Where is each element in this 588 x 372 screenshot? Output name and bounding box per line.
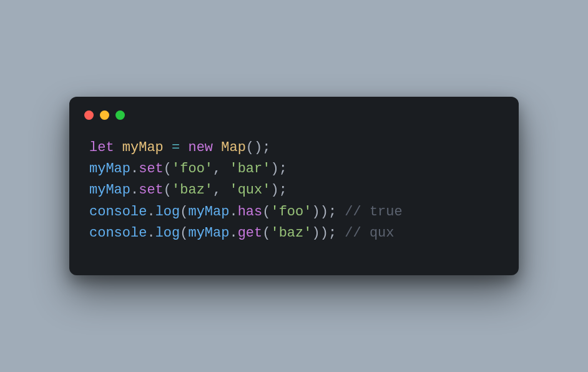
token-punct: . bbox=[229, 225, 237, 241]
token-punct: ( bbox=[180, 225, 188, 241]
token-var: myMap bbox=[89, 161, 130, 177]
token-str: 'foo' bbox=[172, 161, 213, 177]
token-punct: . bbox=[229, 204, 237, 220]
token-comment: // true bbox=[345, 204, 402, 220]
token-str: 'baz' bbox=[172, 182, 213, 198]
token-method: set bbox=[139, 161, 164, 177]
token-method: has bbox=[238, 204, 263, 220]
token-call: log bbox=[155, 204, 180, 220]
code-line: let myMap = new Map(); bbox=[89, 137, 499, 159]
token-var: myMap bbox=[89, 182, 130, 198]
token-punct: ( bbox=[262, 225, 270, 241]
token-obj: console bbox=[89, 225, 147, 241]
token-var: myMap bbox=[188, 225, 229, 241]
token-call: log bbox=[155, 225, 180, 241]
token-punct: . bbox=[147, 225, 155, 241]
token-punct: , bbox=[213, 161, 229, 177]
token-punct: ( bbox=[164, 161, 172, 177]
token-punct: )); bbox=[311, 204, 345, 220]
code-line: console.log(myMap.has('foo')); // true bbox=[89, 202, 499, 223]
code-block: let myMap = new Map();myMap.set('foo', '… bbox=[69, 137, 519, 243]
token-keyword: let bbox=[89, 140, 122, 155]
token-new: new bbox=[188, 140, 221, 155]
token-punct: )); bbox=[311, 225, 345, 241]
token-str: 'baz' bbox=[270, 225, 311, 241]
token-def: myMap bbox=[122, 140, 172, 155]
minimize-icon[interactable] bbox=[100, 110, 109, 120]
token-punct: , bbox=[213, 182, 229, 198]
token-punct: . bbox=[147, 204, 155, 220]
token-comment: // qux bbox=[345, 225, 394, 241]
zoom-icon[interactable] bbox=[115, 110, 125, 120]
token-var: myMap bbox=[188, 204, 229, 220]
token-punct: ( bbox=[262, 204, 270, 220]
token-punct: ); bbox=[270, 182, 287, 198]
code-window: let myMap = new Map();myMap.set('foo', '… bbox=[69, 97, 519, 275]
token-punct: ( bbox=[164, 182, 172, 198]
token-method: set bbox=[139, 182, 164, 198]
token-punct: . bbox=[130, 182, 139, 198]
code-line: myMap.set('foo', 'bar'); bbox=[89, 159, 499, 180]
token-str: 'bar' bbox=[229, 161, 270, 177]
code-line: console.log(myMap.get('baz')); // qux bbox=[89, 223, 499, 244]
token-class: Map bbox=[221, 140, 246, 155]
code-line: myMap.set('baz', 'qux'); bbox=[89, 180, 499, 201]
token-op: = bbox=[172, 140, 188, 155]
token-obj: console bbox=[89, 204, 147, 220]
window-titlebar bbox=[69, 110, 519, 137]
token-punct: (); bbox=[246, 140, 271, 155]
token-str: 'foo' bbox=[270, 204, 311, 220]
token-punct: ( bbox=[180, 204, 188, 220]
token-method: get bbox=[238, 225, 263, 241]
token-punct: ); bbox=[270, 161, 287, 177]
token-punct: . bbox=[130, 161, 139, 177]
close-icon[interactable] bbox=[84, 110, 94, 120]
token-str: 'qux' bbox=[229, 182, 270, 198]
